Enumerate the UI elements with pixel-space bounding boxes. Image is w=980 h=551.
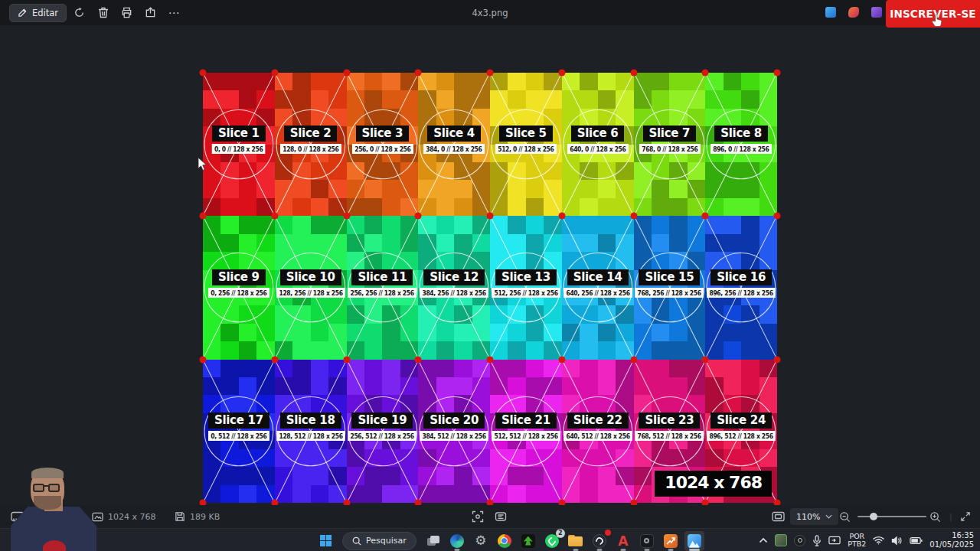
selection-handle[interactable]	[271, 70, 278, 77]
zoom-slider-thumb[interactable]	[870, 513, 877, 520]
slice-grid[interactable]: Slice 10, 0 // 128 x 256Slice 2128, 0 //…	[203, 73, 777, 503]
zoom-level[interactable]: 110%	[790, 505, 838, 528]
chrome-button[interactable]	[495, 531, 514, 551]
actual-size-icon	[472, 510, 484, 523]
webcam-tray-icon[interactable]	[775, 534, 787, 546]
zoom-value: 110%	[796, 512, 820, 522]
slice: Slice 90, 256 // 128 x 256	[203, 216, 275, 359]
selection-handle[interactable]	[487, 356, 494, 363]
print-icon	[121, 7, 132, 18]
zoom-slider-track[interactable]	[858, 516, 926, 517]
selection-handle[interactable]	[415, 213, 422, 220]
slice-coords: 384, 0 // 128 x 256	[423, 144, 485, 154]
selection-handle[interactable]	[702, 356, 709, 363]
selection-handle[interactable]	[630, 213, 637, 220]
speaker-icon[interactable]	[891, 536, 903, 546]
tray-chevron-up-icon[interactable]	[759, 537, 768, 543]
camera-app-button[interactable]	[637, 531, 657, 551]
more-button[interactable]: ⋯	[163, 4, 185, 22]
slice-coords: 0, 256 // 128 x 256	[208, 288, 270, 298]
selection-handle[interactable]	[200, 356, 207, 363]
divider: |	[949, 505, 952, 528]
actual-size-button[interactable]	[472, 505, 484, 528]
cast-display-icon[interactable]	[828, 535, 841, 546]
zoom-out-button[interactable]	[839, 505, 851, 528]
fullscreen-button[interactable]	[960, 505, 971, 528]
selection-handle[interactable]	[415, 356, 422, 363]
slice-coords: 640, 0 // 128 x 256	[567, 144, 629, 154]
slice-name: Slice 12	[423, 269, 485, 285]
selection-handle[interactable]	[343, 356, 350, 363]
green-app-button[interactable]	[518, 531, 538, 551]
fit-window-button[interactable]	[772, 505, 785, 528]
slice-name: Slice 6	[571, 126, 625, 142]
selection-handle[interactable]	[487, 70, 494, 77]
slice-name: Slice 19	[351, 412, 413, 429]
selection-handle[interactable]	[630, 356, 637, 363]
selection-handle[interactable]	[774, 70, 781, 77]
print-button[interactable]	[116, 4, 138, 22]
zoom-slider[interactable]	[858, 505, 926, 528]
edit-button[interactable]: Editar	[9, 4, 67, 22]
slice-coords: 0, 512 // 128 x 256	[208, 431, 270, 441]
camera-app-icon	[640, 534, 654, 548]
selection-handle[interactable]	[558, 70, 565, 77]
compare-icon	[495, 510, 507, 523]
selection-handle[interactable]	[343, 213, 350, 220]
whatsapp-button[interactable]: 2	[542, 531, 562, 551]
selection-handle[interactable]	[343, 70, 350, 77]
share-button[interactable]	[139, 4, 162, 22]
slice-name: Slice 3	[356, 126, 410, 142]
search-icon	[352, 536, 361, 546]
selection-handle[interactable]	[487, 213, 494, 220]
orange-app-button[interactable]	[661, 531, 681, 551]
battery-icon[interactable]	[910, 536, 923, 545]
slice-name: Slice 20	[423, 412, 485, 429]
microphone-icon[interactable]	[812, 535, 822, 546]
selection-handle[interactable]	[630, 70, 637, 77]
selection-handle[interactable]	[774, 213, 781, 220]
edit-label: Editar	[32, 8, 58, 18]
slice: Slice 16896, 256 // 128 x 256	[705, 216, 777, 359]
language-indicator[interactable]: POR PTB2	[848, 533, 866, 548]
selection-handle[interactable]	[558, 356, 565, 363]
photos-app-button[interactable]	[684, 531, 704, 551]
slice: Slice 20384, 512 // 128 x 256	[418, 360, 490, 503]
slice: Slice 8896, 0 // 128 x 256	[705, 73, 777, 216]
wifi-icon[interactable]	[873, 536, 884, 545]
slice-coords: 768, 256 // 128 x 256	[635, 288, 704, 298]
red-a-app-button[interactable]: A	[613, 531, 633, 551]
slice-name: Slice 4	[427, 126, 481, 142]
task-view-button[interactable]	[423, 531, 443, 551]
blue-app-icon	[825, 7, 836, 18]
whatsapp-badge: 2	[556, 529, 565, 538]
rotate-button[interactable]	[68, 4, 90, 22]
slice-coords: 768, 0 // 128 x 256	[639, 144, 700, 154]
slice: Slice 15768, 256 // 128 x 256	[634, 216, 706, 359]
selection-handle[interactable]	[200, 70, 207, 77]
selection-handle[interactable]	[702, 70, 709, 77]
slice-name: Slice 24	[710, 412, 772, 429]
compare-button[interactable]	[495, 505, 507, 528]
slice-name: Slice 15	[639, 269, 700, 285]
start-button[interactable]	[315, 531, 335, 551]
selection-handle[interactable]	[415, 70, 422, 77]
explorer-button[interactable]	[566, 531, 586, 551]
delete-button[interactable]	[92, 4, 114, 22]
edge-button[interactable]	[447, 531, 467, 551]
selection-handle[interactable]	[774, 356, 781, 363]
selection-handle[interactable]	[271, 356, 278, 363]
file-size: 189 KB	[175, 505, 220, 528]
selection-handle[interactable]	[558, 213, 565, 220]
obs-tray-icon[interactable]	[794, 535, 805, 546]
selection-handle[interactable]	[200, 213, 207, 220]
obs-button[interactable]	[590, 531, 609, 551]
slice: Slice 170, 512 // 128 x 256	[203, 360, 275, 503]
taskbar-search[interactable]: Pesquisar	[342, 532, 416, 550]
settings-button[interactable]: ⚙	[471, 531, 491, 551]
selection-handle[interactable]	[271, 213, 278, 220]
zoom-in-button[interactable]	[929, 505, 941, 528]
taskbar: Pesquisar ⚙ 2	[0, 528, 980, 551]
selection-handle[interactable]	[702, 213, 709, 220]
taskbar-clock[interactable]: 16:35 01/05/2025	[929, 531, 974, 549]
